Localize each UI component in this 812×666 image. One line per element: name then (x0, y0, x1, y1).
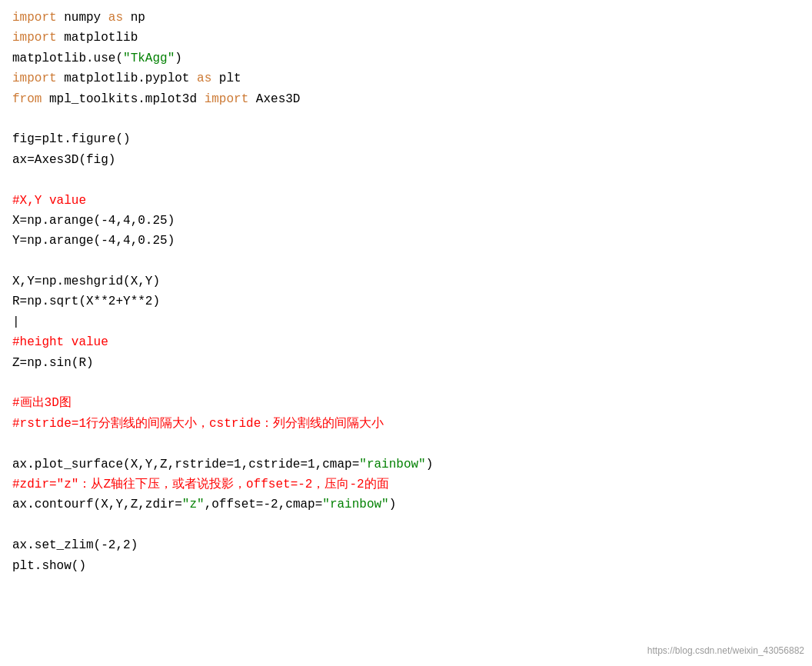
code-line: matplotlib.use("TkAgg") (12, 48, 800, 68)
code-token: #height value (12, 335, 108, 349)
code-token: import (12, 72, 57, 85)
code-token: mpl_toolkits.mplot3d (42, 92, 204, 106)
code-token: import (12, 11, 57, 25)
code-line (12, 109, 800, 129)
code-token: as (197, 72, 211, 85)
code-token: import (205, 92, 249, 106)
code-line: import matplotlib (12, 28, 800, 48)
code-line: | (12, 312, 800, 332)
code-token: numpy (57, 11, 108, 25)
code-line: X,Y=np.meshgrid(X,Y) (12, 271, 800, 291)
code-token: from (12, 92, 42, 106)
code-token: ax=Axes3D(fig) (12, 153, 115, 167)
code-line (12, 515, 800, 535)
code-token: import (12, 31, 57, 45)
code-token: matplotlib.use( (12, 52, 123, 65)
code-token: np (123, 11, 145, 25)
code-token: #zdir="z"：从Z轴往下压，或者说投影，offset=-2，压向-2的面 (12, 478, 389, 491)
code-token: ) (175, 52, 182, 65)
code-token: fig=plt.figure() (12, 132, 131, 146)
code-editor: import numpy as npimport matplotlibmatpl… (12, 8, 800, 576)
code-token: X,Y=np.meshgrid(X,Y) (12, 275, 160, 288)
code-token: plt (211, 72, 241, 85)
code-line: ax.contourf(X,Y,Z,zdir="z",offset=-2,cma… (12, 495, 800, 514)
code-line: import matplotlib.pyplot as plt (12, 68, 800, 88)
code-token: plt.show() (12, 559, 86, 573)
code-token: ax.set_zlim(-2,2) (12, 538, 138, 552)
code-line: import numpy as np (12, 8, 800, 28)
code-line: #height value (12, 332, 800, 352)
code-token: ax.contourf(X,Y,Z,zdir= (12, 498, 182, 511)
code-token: matplotlib.pyplot (57, 72, 197, 85)
code-line: X=np.arange(-4,4,0.25) (12, 211, 800, 231)
code-token: matplotlib (57, 31, 138, 45)
code-line: R=np.sqrt(X**2+Y**2) (12, 291, 800, 311)
code-token: Axes3D (248, 92, 300, 106)
code-line: #X,Y value (12, 191, 800, 211)
code-line: #画出3D图 (12, 393, 800, 413)
code-line: #rstride=1行分割线的间隔大小，cstride：列分割线的间隔大小 (12, 414, 800, 434)
code-line (12, 373, 800, 393)
code-line: ax=Axes3D(fig) (12, 150, 800, 170)
code-token: "TkAgg" (123, 52, 175, 65)
code-token: #X,Y value (12, 194, 86, 208)
code-token: ) (389, 498, 397, 511)
code-line: ax.plot_surface(X,Y,Z,rstride=1,cstride=… (12, 455, 800, 475)
code-line: Z=np.sin(R) (12, 353, 800, 373)
code-token: "rainbow" (322, 498, 388, 511)
code-token: ) (426, 458, 434, 471)
code-token: X=np.arange(-4,4,0.25) (12, 214, 175, 228)
code-token: #rstride=1行分割线的间隔大小，cstride：列分割线的间隔大小 (12, 417, 384, 431)
code-line (12, 170, 800, 190)
code-token: R=np.sqrt(X**2+Y**2) (12, 295, 160, 308)
code-token: Z=np.sin(R) (12, 356, 94, 370)
code-line (12, 251, 800, 271)
code-line: #zdir="z"：从Z轴往下压，或者说投影，offset=-2，压向-2的面 (12, 475, 800, 495)
code-line (12, 434, 800, 454)
code-token: "z" (182, 498, 205, 511)
code-token: Y=np.arange(-4,4,0.25) (12, 234, 175, 248)
code-line: plt.show() (12, 556, 800, 576)
code-token: ,offset=-2,cmap= (205, 498, 323, 511)
code-line: fig=plt.figure() (12, 129, 800, 149)
code-token: as (108, 11, 123, 25)
code-token: #画出3D图 (12, 396, 72, 410)
watermark: https://blog.csdn.net/weixin_43056882 (647, 644, 804, 658)
code-token: | (12, 315, 20, 329)
code-line: ax.set_zlim(-2,2) (12, 535, 800, 555)
code-line: Y=np.arange(-4,4,0.25) (12, 231, 800, 251)
code-token: "rainbow" (359, 458, 425, 471)
code-line: from mpl_toolkits.mplot3d import Axes3D (12, 89, 800, 109)
code-token: ax.plot_surface(X,Y,Z,rstride=1,cstride=… (12, 458, 359, 471)
